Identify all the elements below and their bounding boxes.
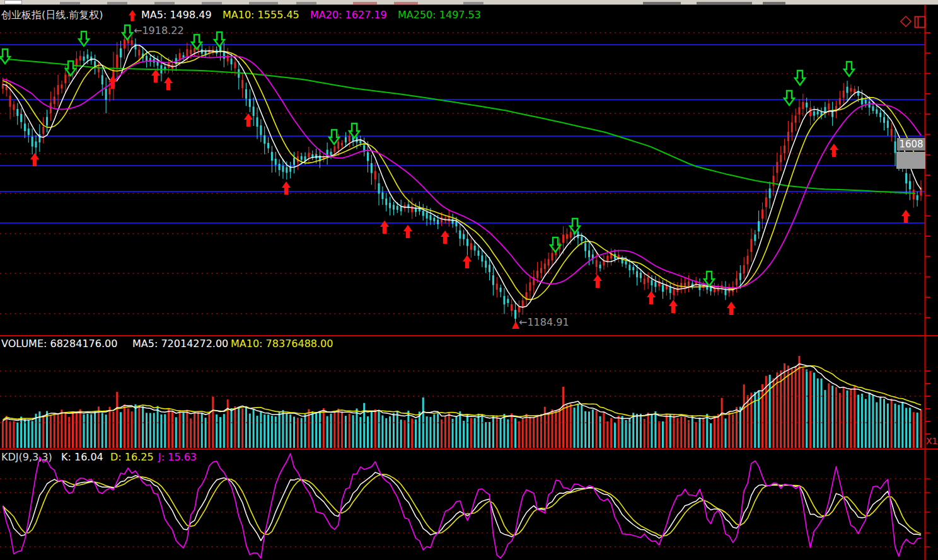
kdj-d-readout: D: 16.25 bbox=[110, 451, 154, 463]
volume-unit-multiplier: X1 bbox=[926, 435, 938, 447]
menubar-clipped-item[interactable] bbox=[154, 2, 175, 4]
chart-canvas[interactable] bbox=[0, 0, 938, 560]
menubar-clipped-item[interactable] bbox=[107, 2, 127, 4]
main-gridlines bbox=[0, 33, 925, 314]
diamond-tool-icon[interactable] bbox=[900, 16, 912, 30]
ma20-readout: MA20: 1627.19 bbox=[310, 9, 387, 21]
last-price-highlight-box bbox=[896, 152, 925, 169]
kdj-lines bbox=[3, 454, 921, 558]
window-pane-icon[interactable] bbox=[914, 16, 926, 31]
menubar-clipped-item[interactable] bbox=[353, 2, 377, 4]
volume-ma-lines bbox=[3, 364, 921, 421]
volume-ma5-readout: MA5: 72014272.00 bbox=[132, 338, 228, 350]
volume-readout: VOLUME: 68284176.00 bbox=[1, 338, 117, 350]
menubar-clipped-item[interactable] bbox=[763, 2, 785, 4]
last-price-tag: 1608 bbox=[897, 138, 925, 151]
low-price-annotation: ←1184.91 bbox=[519, 316, 569, 328]
symbol-title: 创业板指(日线.前复权) bbox=[1, 9, 103, 21]
kdj-j-readout: J: 15.63 bbox=[158, 451, 197, 463]
ma250-readout: MA250: 1497.53 bbox=[398, 9, 481, 21]
volume-bars bbox=[2, 356, 922, 448]
panel-borders bbox=[0, 336, 938, 449]
ma5-readout: MA5: 1498.49 bbox=[141, 9, 212, 21]
kdj-indicator-name: KDJ(9,3,3) bbox=[1, 451, 52, 463]
menubar-window-icon[interactable] bbox=[4, 0, 22, 4]
trading-app-window: 创业板指(日线.前复权) MA5: 1498.49 MA10: 1555.45 … bbox=[0, 0, 938, 560]
menubar-clipped-item[interactable] bbox=[202, 2, 222, 4]
menubar-clipped-item[interactable] bbox=[463, 2, 483, 4]
ma-lines bbox=[0, 45, 921, 307]
price-axis bbox=[925, 5, 930, 560]
menubar-clipped-item[interactable] bbox=[643, 2, 681, 4]
menubar-clipped-item[interactable] bbox=[60, 2, 80, 4]
menubar[interactable] bbox=[0, 0, 938, 5]
menubar-clipped-item[interactable] bbox=[296, 2, 316, 4]
volume-ma10-readout: MA10: 78376488.00 bbox=[231, 338, 333, 350]
candlesticks bbox=[2, 28, 922, 326]
menubar-clipped-item[interactable] bbox=[394, 2, 418, 4]
high-price-annotation: ←1918.22 bbox=[134, 25, 184, 37]
menubar-clipped-item[interactable] bbox=[249, 2, 278, 4]
kdj-k-readout: K: 16.04 bbox=[61, 451, 103, 463]
menubar-clipped-item[interactable] bbox=[697, 2, 752, 4]
ma10-readout: MA10: 1555.45 bbox=[223, 9, 299, 21]
